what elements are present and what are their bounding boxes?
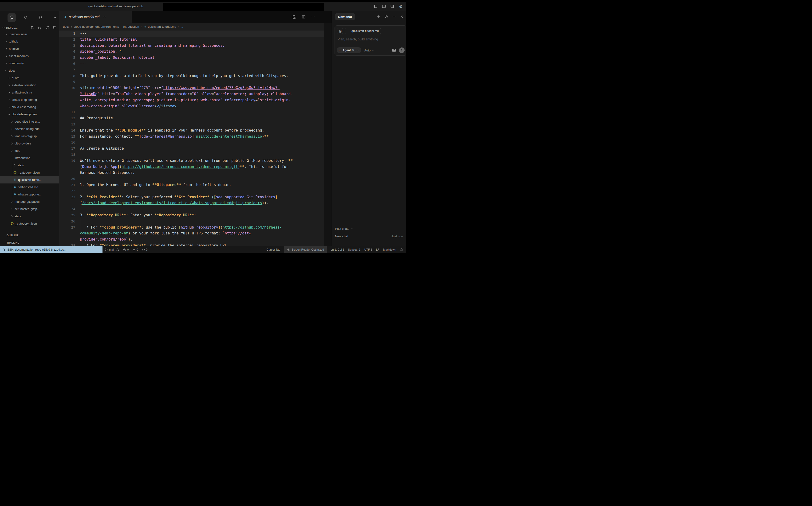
tree-folder-cloud-cost-manag[interactable]: cloud-cost-manag...	[0, 103, 59, 111]
open-preview-icon[interactable]	[292, 15, 296, 19]
status-item-icon[interactable]	[400, 248, 403, 251]
tree-folder-cloud-developmen[interactable]: cloud-developmen...	[0, 111, 59, 118]
tree-file-whats-supporte...[interactable]: whats-supporte...	[0, 191, 59, 198]
breadcrumb-item[interactable]: docs	[63, 25, 69, 28]
context-file-chip[interactable]: quickstart-tutorial.md	[345, 28, 381, 34]
status-item-cursor-tab[interactable]: Cursor Tab	[267, 248, 280, 251]
status-item-spaces-3[interactable]: Spaces: 3	[348, 248, 360, 251]
tree-file-category.json[interactable]: {}_category_.json	[0, 220, 59, 227]
chat-input[interactable]: @ quickstart-tutorial.md Plan, search, b…	[335, 25, 406, 56]
breadcrumb-separator: ›	[71, 25, 72, 28]
chevron-right-icon	[10, 142, 14, 145]
tree-folder-ides[interactable]: ides	[0, 147, 59, 154]
status-item-lf[interactable]: LF	[376, 248, 379, 251]
tree-folder-client-modules[interactable]: client-modules	[0, 53, 59, 60]
tree-folder-ai-test-automation[interactable]: ai-test-automation	[0, 82, 59, 89]
layout-sidebar-right-icon[interactable]	[390, 4, 394, 8]
status-item-main[interactable]: main	[105, 248, 120, 251]
status-item-0[interactable]: 0	[132, 248, 138, 251]
tree-folder-github[interactable]: .github	[0, 38, 59, 45]
status-item-screen-reader-optimized[interactable]: Screen Reader Optimized	[284, 246, 327, 253]
tree-folder-archive[interactable]: archive	[0, 45, 59, 53]
collapse-all-icon[interactable]	[53, 26, 57, 29]
editor-scrollbar-gutter[interactable]	[324, 23, 332, 246]
new-file-icon[interactable]	[30, 26, 34, 29]
tree-folder-ai-sre[interactable]: ai-sre	[0, 74, 59, 82]
chevron-right-icon	[2, 234, 5, 237]
breadcrumb-item[interactable]: cloud-development-environments	[74, 25, 119, 28]
status-item-0[interactable]: 0	[142, 248, 147, 251]
tree-folder-chaos-engineering[interactable]: chaos-engineering	[0, 96, 59, 103]
more-actions-icon[interactable]	[311, 15, 315, 19]
search-icon[interactable]	[22, 13, 30, 22]
chevron-down-icon[interactable]	[2, 26, 5, 29]
tree-item-label: whats-supporte...	[18, 193, 42, 196]
tree-folder-static[interactable]: static	[0, 162, 59, 169]
indent-guide	[13, 162, 13, 198]
chat-more-icon[interactable]	[392, 15, 396, 18]
tree-file-self-hosted.md[interactable]: self-hosted.md	[0, 183, 59, 191]
chevron-down-icon	[351, 227, 353, 230]
source-control-icon[interactable]	[36, 13, 45, 22]
past-chat-item[interactable]: New chat Just now	[335, 235, 403, 238]
chevron-down-icon[interactable]	[51, 13, 59, 22]
tree-folder-features-of-gitsp[interactable]: features-of-gitsp...	[0, 133, 59, 140]
model-dropdown[interactable]: Auto	[364, 49, 374, 52]
status-item-0[interactable]: 0	[123, 248, 129, 251]
at-mention-button[interactable]: @	[337, 28, 343, 34]
split-editor-icon[interactable]	[302, 15, 306, 19]
chat-close-icon[interactable]	[400, 15, 403, 18]
chevron-right-icon	[5, 47, 8, 51]
tree-file-category.json[interactable]: {}_category_.json	[0, 169, 59, 176]
tree-item-label: cloud-cost-manag...	[12, 105, 39, 109]
code-line: 10<iframe width="500" height="275" src="…	[59, 85, 324, 91]
past-chats-toggle[interactable]: Past chats	[335, 227, 353, 231]
breadcrumb-item[interactable]: quickstart-tutorial.md	[143, 25, 176, 28]
agent-mode-dropdown[interactable]: ∞ Agent ⌘I	[337, 47, 361, 53]
status-item-ln-1-col-1[interactable]: Ln 1, Col 1	[330, 248, 344, 251]
tree-folder-docs[interactable]: docs	[0, 67, 59, 74]
chat-history-icon[interactable]	[384, 15, 388, 18]
refresh-icon[interactable]	[46, 26, 49, 29]
tab-quickstart-tutorial[interactable]: quickstart-tutorial.md	[59, 11, 132, 23]
tree-folder-introduction[interactable]: introduction	[0, 154, 59, 162]
tree-item-label: ides	[15, 149, 20, 153]
tree-folder-devcontainer[interactable]: .devcontainer	[0, 30, 59, 38]
settings-gear-icon[interactable]: ⚙	[399, 4, 403, 8]
outline-section[interactable]: OUTLINE	[0, 232, 59, 239]
tree-file-quickstart-tutori...[interactable]: quickstart-tutori...	[0, 176, 59, 183]
tree-folder-git-providers[interactable]: git-providers	[0, 140, 59, 147]
tree-folder-community[interactable]: community	[0, 60, 59, 67]
send-button[interactable]	[399, 48, 404, 53]
tree-folder-artifact-registry[interactable]: artifact-registry	[0, 89, 59, 96]
markdown-file-icon	[347, 29, 350, 33]
breadcrumb-item[interactable]: introduction	[123, 25, 139, 28]
code-editor[interactable]: 1---2title: Quickstart Tutorial3descript…	[59, 30, 324, 246]
chat-tab-new-chat[interactable]: New chat	[335, 13, 355, 20]
tree-folder-self-hosted-gitsp[interactable]: self-hosted-gitsp...	[0, 205, 59, 213]
close-icon[interactable]	[103, 15, 106, 19]
tree-folder-develop-using-cde[interactable]: develop-using-cde	[0, 125, 59, 133]
chevron-right-icon	[7, 91, 11, 94]
code-line: 20	[59, 176, 324, 182]
remote-indicator[interactable]: SSH: documentation-repo-e5ifp9-8rzze4.us…	[0, 246, 102, 253]
layout-sidebar-left-icon[interactable]	[373, 4, 378, 8]
tree-folder-static[interactable]: static	[0, 213, 59, 220]
tree-folder-deep-dive-into-gi[interactable]: deep-dive-into-gi...	[0, 118, 59, 125]
layout-panel-bottom-icon[interactable]	[382, 4, 386, 8]
code-line: 22	[59, 188, 324, 194]
breadcrumb-item[interactable]: ...	[180, 25, 183, 28]
image-attach-icon[interactable]	[392, 48, 396, 53]
explorer-toolbar	[30, 26, 57, 29]
tree-folder-manage-gitspaces[interactable]: manage-gitspaces	[0, 198, 59, 205]
chevron-right-icon	[10, 127, 14, 131]
new-folder-icon[interactable]	[38, 26, 42, 29]
new-chat-icon[interactable]	[377, 15, 380, 18]
code-line: Y_txspDq" title="YouTube video player" f…	[59, 91, 324, 97]
timeline-section[interactable]: TIMELINE	[0, 239, 59, 246]
status-item-utf-8[interactable]: UTF-8	[364, 248, 372, 251]
files-icon[interactable]	[7, 13, 16, 22]
status-item-markdown[interactable]: Markdown	[383, 248, 396, 251]
code-line: community/demo-repo-nm) or your fork (us…	[59, 231, 324, 237]
tab-label: quickstart-tutorial.md	[69, 15, 99, 19]
